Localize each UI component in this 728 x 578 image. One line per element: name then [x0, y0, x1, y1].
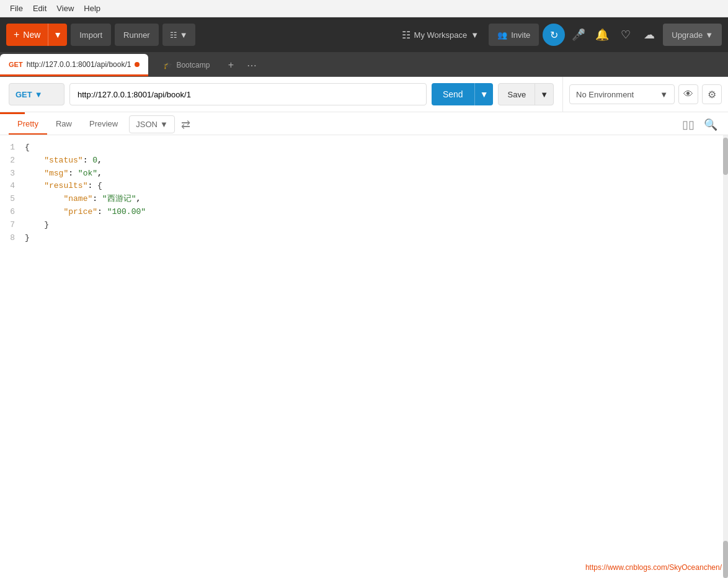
person-icon: 👥: [497, 30, 507, 40]
extra-arrow: ▼: [180, 30, 188, 40]
extra-button[interactable]: ☷ ▼: [162, 24, 195, 46]
bootcamp-tab[interactable]: 🎓 Bootcamp: [154, 54, 218, 76]
env-label: No Environment: [576, 90, 634, 99]
scrollbar-thumb[interactable]: [723, 138, 728, 175]
send-label: Send: [432, 89, 474, 99]
env-arrow: ▼: [660, 90, 668, 99]
new-label: New: [23, 30, 40, 40]
runner-button[interactable]: Runner: [115, 24, 159, 46]
tab-raw[interactable]: Raw: [47, 114, 81, 135]
url-input[interactable]: [69, 83, 427, 105]
menu-view[interactable]: View: [51, 2, 79, 14]
method-value: GET: [16, 90, 32, 99]
scrollbar-thumb-bottom[interactable]: [723, 541, 728, 578]
refresh-icon: ↻: [550, 29, 558, 41]
bootcamp-label: Bootcamp: [176, 61, 210, 69]
wrap-icon: ⇄: [181, 118, 190, 131]
line-number-2: 2: [0, 154, 25, 167]
main-area: GET ▼ Send ▼ Save ▼ No Environment ▼: [0, 77, 728, 578]
menu-help[interactable]: Help: [79, 2, 105, 14]
cloud-button[interactable]: ☁: [639, 25, 659, 45]
line-number-8: 8: [0, 232, 25, 245]
method-arrow: ▼: [35, 90, 43, 99]
code-line-6: 6 "price": "100.00": [0, 206, 728, 219]
heart-button[interactable]: ♡: [616, 25, 636, 45]
new-button-main[interactable]: + New: [6, 29, 48, 40]
send-button[interactable]: Send ▼: [432, 83, 494, 105]
request-tab[interactable]: GET http://127.0.0.1:8001/api/book/1: [0, 54, 148, 76]
grid-icon-ws: ☷: [402, 29, 411, 41]
watermark: https://www.cnblogs.com/SkyOceanchen/: [585, 563, 722, 572]
tab-preview[interactable]: Preview: [81, 114, 127, 135]
add-tab-button[interactable]: +: [222, 56, 239, 74]
heart-icon: ♡: [621, 28, 631, 42]
invite-button[interactable]: 👥 Invite: [489, 24, 539, 46]
line-number-5: 5: [0, 193, 25, 206]
new-button-arrow[interactable]: ▼: [48, 24, 67, 46]
search-button[interactable]: 🔍: [702, 116, 719, 133]
menu-file[interactable]: File: [5, 2, 28, 14]
bell-icon: 🔔: [595, 28, 609, 42]
copy-button[interactable]: ▯▯: [680, 116, 697, 133]
format-label: JSON: [136, 120, 158, 129]
method-select[interactable]: GET ▼: [9, 83, 64, 105]
save-dropdown-arrow[interactable]: ▼: [535, 84, 553, 105]
line-number-6: 6: [0, 206, 25, 219]
bootcamp-icon: 🎓: [163, 61, 172, 69]
workspace-selector[interactable]: ☷ My Workspace ▼: [396, 24, 486, 46]
tab-method: GET: [9, 61, 23, 68]
format-arrow: ▼: [160, 120, 168, 129]
workspace-arrow: ▼: [471, 30, 479, 40]
line-content-1: {: [25, 141, 728, 154]
send-dropdown-arrow[interactable]: ▼: [474, 83, 494, 105]
code-line-2: 2 "status": 0,: [0, 154, 728, 167]
copy-icon: ▯▯: [682, 118, 695, 131]
code-area[interactable]: 1 { 2 "status": 0, 3 "msg": "ok", 4 "res…: [0, 135, 728, 578]
response-tab-bar: Pretty Raw Preview JSON ▼ ⇄ ▯▯ 🔍: [0, 114, 728, 135]
line-number-1: 1: [0, 141, 25, 154]
tab-actions: 🎓 Bootcamp + ⋯: [148, 54, 267, 76]
gear-icon: ⚙: [708, 89, 716, 100]
env-selector[interactable]: No Environment ▼: [569, 84, 675, 104]
microphone-button[interactable]: 🎤: [569, 25, 588, 45]
code-line-3: 3 "msg": "ok",: [0, 167, 728, 180]
menu-edit[interactable]: Edit: [28, 2, 51, 14]
upgrade-button[interactable]: Upgrade ▼: [663, 24, 722, 46]
response-actions: ▯▯ 🔍: [677, 116, 719, 133]
line-content-3: "msg": "ok",: [25, 167, 728, 180]
wrap-icon-button[interactable]: ⇄: [177, 116, 195, 133]
code-line-8: 8 }: [0, 232, 728, 245]
env-settings-button[interactable]: ⚙: [702, 84, 722, 104]
new-button[interactable]: + New ▼: [6, 24, 67, 46]
grid-icon: ☷: [170, 30, 177, 40]
invite-label: Invite: [511, 30, 530, 40]
env-bar: No Environment ▼ 👁 ⚙: [562, 77, 728, 112]
notification-button[interactable]: 🔔: [592, 25, 612, 45]
refresh-button[interactable]: ↻: [543, 24, 565, 46]
unsaved-indicator: [135, 62, 140, 67]
format-selector[interactable]: JSON ▼: [129, 115, 175, 133]
top-section: GET ▼ Send ▼ Save ▼ No Environment ▼: [0, 77, 728, 112]
microphone-icon: 🎤: [572, 28, 585, 42]
plus-icon: +: [14, 29, 19, 40]
more-options-button[interactable]: ⋯: [243, 56, 260, 74]
eye-icon: 👁: [683, 89, 693, 100]
import-button[interactable]: Import: [71, 24, 111, 46]
tab-pretty[interactable]: Pretty: [9, 114, 47, 135]
line-number-4: 4: [0, 180, 25, 193]
code-line-1: 1 {: [0, 141, 728, 154]
line-content-8: }: [25, 232, 728, 245]
url-bar: GET ▼ Send ▼ Save ▼: [0, 77, 562, 112]
upgrade-label: Upgrade: [672, 30, 703, 40]
line-number-3: 3: [0, 167, 25, 180]
line-content-4: "results": {: [25, 180, 728, 193]
url-section: GET ▼ Send ▼ Save ▼: [0, 77, 562, 112]
line-content-5: "name": "西游记",: [25, 193, 728, 206]
save-label: Save: [499, 90, 535, 99]
upgrade-arrow: ▼: [705, 30, 713, 40]
vertical-scrollbar[interactable]: [723, 135, 728, 578]
code-line-4: 4 "results": {: [0, 180, 728, 193]
tab-url: http://127.0.0.1:8001/api/book/1: [27, 60, 131, 69]
env-eye-button[interactable]: 👁: [678, 84, 698, 104]
save-button[interactable]: Save ▼: [498, 83, 554, 105]
